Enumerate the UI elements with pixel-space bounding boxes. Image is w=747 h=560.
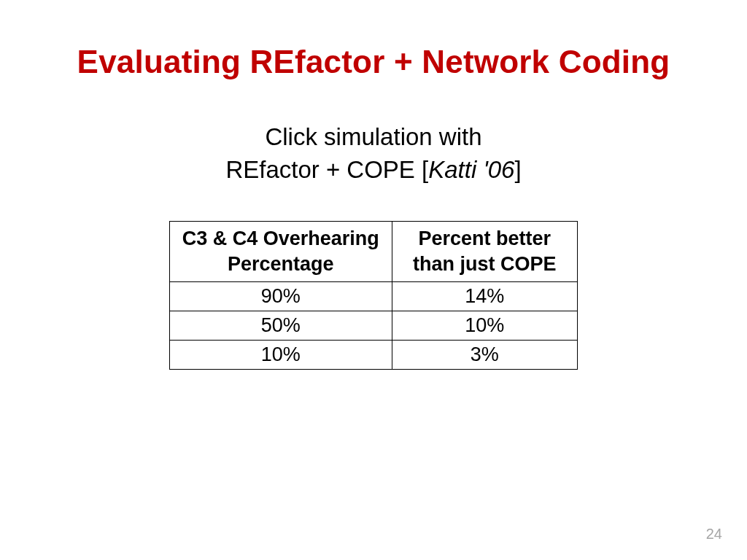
citation: Katti '06 [428,156,514,183]
header-better: Percent better than just COPE [392,222,577,282]
cell-better: 14% [392,282,577,311]
slide: Evaluating REfactor + Network Coding Cli… [0,0,747,560]
slide-title: Evaluating REfactor + Network Coding [44,44,703,80]
cell-overhearing: 50% [170,311,392,341]
table-row: 10% 3% [170,341,578,370]
subtitle-line1: Click simulation with [265,123,481,150]
bracket-open: [ [422,156,428,183]
table-row: 90% 14% [170,282,578,311]
page-number: 24 [706,526,722,542]
cell-overhearing: 90% [170,282,392,311]
subtitle-line2-prefix: REfactor + COPE [225,156,422,183]
cell-better: 10% [392,311,577,341]
cell-better: 3% [392,341,577,370]
cell-overhearing: 10% [170,341,392,370]
bracket-close: ] [514,156,521,183]
table-row: 50% 10% [170,311,578,341]
header-overhearing: C3 & C4 Overhearing Percentage [170,222,392,282]
results-table: C3 & C4 Overhearing Percentage Percent b… [169,221,578,370]
table-header-row: C3 & C4 Overhearing Percentage Percent b… [170,222,578,282]
slide-subtitle: Click simulation with REfactor + COPE [K… [44,121,703,186]
